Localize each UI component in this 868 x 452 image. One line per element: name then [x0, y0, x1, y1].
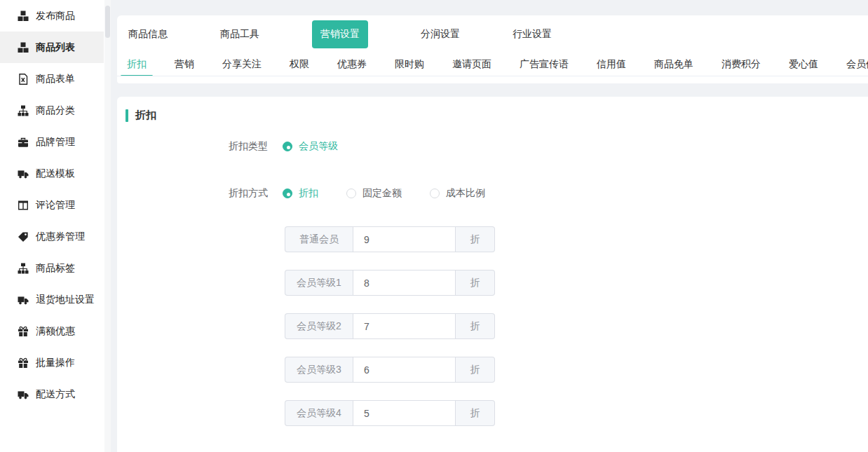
- radio-icon: [430, 189, 440, 198]
- secondary-tab[interactable]: 会员价: [846, 53, 868, 76]
- sidebar-item-label: 优惠券管理: [36, 231, 85, 243]
- discount-row: 会员等级4 折: [285, 400, 495, 426]
- sidebar-item-label: 评论管理: [36, 199, 75, 212]
- primary-tab[interactable]: 营销设置: [312, 20, 368, 48]
- secondary-tab[interactable]: 爱心值: [789, 53, 818, 76]
- sidebar-item[interactable]: 评论管理: [0, 189, 104, 221]
- primary-tab[interactable]: 行业设置: [513, 28, 552, 41]
- discount-method-options: 折扣 固定金额 成本比例: [283, 187, 513, 200]
- primary-tab[interactable]: 商品信息: [128, 28, 168, 41]
- tag-icon: [18, 231, 29, 242]
- sidebar-item-label: 退货地址设置: [36, 294, 95, 306]
- radio-icon: [283, 189, 292, 198]
- radio-option[interactable]: 折扣: [283, 187, 318, 200]
- secondary-tab[interactable]: 消费积分: [721, 53, 761, 76]
- level-name-addon: 会员等级4: [285, 400, 353, 426]
- primary-tab-label: 分润设置: [421, 28, 460, 39]
- unit-addon: 折: [456, 357, 495, 383]
- radio-label: 固定金额: [362, 187, 402, 200]
- columns-icon: [18, 200, 29, 211]
- field-label: 折扣类型: [117, 140, 268, 153]
- secondary-tab[interactable]: 商品免单: [654, 53, 693, 76]
- unit-addon: 折: [456, 313, 495, 339]
- section-header: 折扣: [126, 109, 868, 122]
- sidebar-item-label: 商品标签: [36, 262, 75, 275]
- secondary-tab[interactable]: 限时购: [395, 53, 424, 76]
- secondary-tab[interactable]: 信用值: [597, 53, 626, 76]
- sidebar-item[interactable]: 品牌管理: [0, 126, 104, 158]
- discount-value-input[interactable]: [353, 400, 456, 426]
- secondary-tab-label: 折扣: [127, 58, 147, 69]
- discount-value-input[interactable]: [353, 357, 456, 383]
- sidebar-item-label: 发布商品: [36, 10, 75, 22]
- discount-type-options: 会员等级: [283, 140, 366, 153]
- sidebar-item[interactable]: 批量操作: [0, 347, 104, 378]
- sidebar-item[interactable]: 商品列表: [0, 32, 104, 63]
- primary-tab-label: 营销设置: [320, 28, 360, 39]
- tabs-panel: 商品信息 商品工具 营销设置 分润设置 行业设置 折扣: [117, 15, 868, 83]
- radio-option[interactable]: 会员等级: [283, 140, 338, 153]
- sidebar-item[interactable]: 配送方式: [0, 378, 104, 410]
- primary-tab-label: 行业设置: [513, 28, 552, 39]
- radio-icon: [283, 142, 292, 151]
- discount-row: 普通会员 折: [285, 226, 495, 252]
- sidebar-item-label: 品牌管理: [36, 136, 75, 149]
- sidebar-item[interactable]: 满额优惠: [0, 315, 104, 347]
- secondary-tab[interactable]: 权限: [290, 53, 309, 76]
- gift-icon: [18, 357, 29, 369]
- secondary-tab[interactable]: 营销: [175, 53, 194, 76]
- sidebar-item[interactable]: 优惠券管理: [0, 221, 104, 252]
- truck-icon: [18, 168, 29, 179]
- secondary-tab-label: 邀请页面: [452, 58, 491, 69]
- sidebar-item[interactable]: 商品标签: [0, 252, 104, 284]
- sidebar-item-label: 商品列表: [36, 41, 75, 54]
- sidebar-scrollbar-thumb[interactable]: [105, 6, 110, 38]
- secondary-tab-label: 商品免单: [654, 58, 693, 69]
- sidebar-item[interactable]: 商品分类: [0, 95, 104, 126]
- level-name-addon: 会员等级2: [285, 313, 353, 339]
- section-accent-bar: [126, 109, 128, 122]
- discount-value-input[interactable]: [353, 270, 456, 296]
- sidebar-item[interactable]: 商品表单: [0, 63, 104, 95]
- sidebar-item-label: 配送模板: [36, 167, 75, 180]
- radio-option[interactable]: 固定金额: [346, 187, 402, 200]
- section-title: 折扣: [135, 109, 156, 122]
- truck-icon: [18, 294, 29, 306]
- radio-label: 会员等级: [299, 140, 338, 153]
- discount-row: 会员等级3 折: [285, 357, 495, 383]
- primary-tab-label: 商品信息: [128, 28, 168, 39]
- file-x-icon: [18, 74, 29, 85]
- sitemap-icon: [18, 263, 29, 274]
- discount-level-list: 普通会员 折 会员等级1 折 会员等级2 折 会员等级3: [285, 226, 868, 426]
- sidebar-item-label: 配送方式: [36, 388, 75, 401]
- cubes-icon: [18, 11, 29, 22]
- content-panel: 折扣 折扣类型 会员等级 折扣方式 折扣: [117, 97, 868, 452]
- discount-value-input[interactable]: [353, 226, 456, 252]
- secondary-tab-label: 优惠券: [337, 58, 367, 69]
- level-name-addon: 会员等级1: [285, 270, 353, 296]
- sidebar-item-label: 满额优惠: [36, 325, 75, 338]
- secondary-tab-label: 分享关注: [222, 58, 262, 69]
- sidebar-item-label: 批量操作: [36, 357, 75, 369]
- sidebar-item[interactable]: 退货地址设置: [0, 284, 104, 315]
- secondary-tab[interactable]: 广告宣传语: [520, 53, 569, 76]
- radio-label: 成本比例: [446, 187, 485, 200]
- sidebar-item[interactable]: 发布商品: [0, 0, 104, 32]
- radio-label: 折扣: [299, 187, 318, 200]
- primary-tab-label: 商品工具: [220, 28, 259, 39]
- primary-tab[interactable]: 分润设置: [421, 28, 460, 41]
- secondary-tab-label: 信用值: [597, 58, 626, 69]
- primary-tab[interactable]: 商品工具: [220, 28, 259, 41]
- secondary-tab[interactable]: 折扣: [127, 53, 147, 76]
- radio-option[interactable]: 成本比例: [430, 187, 485, 200]
- discount-value-input[interactable]: [353, 313, 456, 339]
- cubes-icon: [18, 42, 29, 53]
- secondary-tab[interactable]: 邀请页面: [452, 53, 491, 76]
- unit-addon: 折: [456, 400, 495, 426]
- secondary-tab[interactable]: 优惠券: [337, 53, 367, 76]
- secondary-tab[interactable]: 分享关注: [222, 53, 262, 76]
- sidebar-item[interactable]: 配送模板: [0, 158, 104, 189]
- radio-icon: [346, 189, 356, 198]
- unit-addon: 折: [456, 270, 495, 296]
- secondary-tab-label: 广告宣传语: [520, 58, 569, 69]
